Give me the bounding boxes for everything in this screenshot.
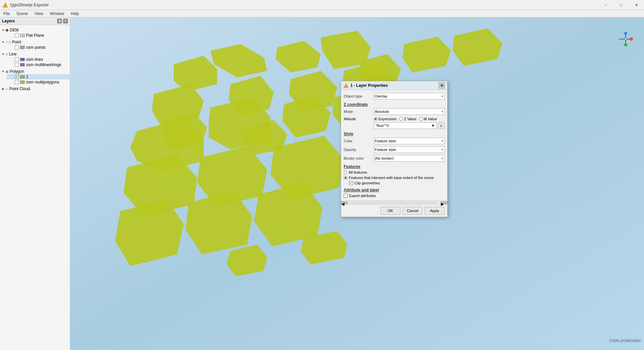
dem-icon: ◆: [5, 27, 9, 32]
color-select[interactable]: Feature style ▼: [374, 138, 445, 144]
menu-view[interactable]: View: [31, 11, 46, 17]
style-section: Style Color Feature style ▼ Opacity Feat…: [344, 132, 445, 162]
apply-button[interactable]: Apply: [425, 207, 445, 215]
osm-multipolygons-color: [20, 80, 25, 84]
osm-multilinestrings-color: [20, 63, 25, 66]
expression-epsilon-button[interactable]: ε: [438, 122, 445, 129]
flat-plane-label: Flat Plane: [26, 33, 44, 38]
layer-group-polygon-header[interactable]: ▼ ▣ Polygon: [0, 69, 70, 74]
dialog-title: 1 - Layer Properties: [350, 83, 388, 88]
scroll-right-btn[interactable]: ▶: [441, 201, 447, 204]
app-title: Qgis2threejs Exporter: [10, 3, 49, 7]
layer-group-pointcloud-header[interactable]: ▶ ⊹ Point Cloud: [0, 86, 70, 92]
color-row: Color Feature style ▼: [344, 138, 445, 144]
expression-radio[interactable]: [374, 117, 377, 121]
intersect-features-option[interactable]: Features that intersect with base extent…: [344, 176, 445, 180]
clip-geometries-option[interactable]: ✓ Clip geometries: [349, 181, 445, 185]
object-type-value: Overlay: [375, 94, 387, 98]
all-features-option[interactable]: All features: [344, 170, 445, 174]
polygon-children: ✓ 1 osm multipolygons: [0, 74, 70, 85]
layer-group-dem-header[interactable]: ▼ ◆ DEM: [0, 27, 70, 33]
zvalue-radio[interactable]: [399, 117, 403, 121]
layer-item-osm-lines[interactable]: osm lines: [7, 57, 70, 62]
pointcloud-icon: ⊹: [5, 87, 8, 91]
polygon-1-checkbox[interactable]: ✓: [15, 75, 19, 79]
menu-file[interactable]: File: [0, 11, 13, 17]
layer-properties-dialog: 1 - Layer Properties ✕ Object type Overl…: [341, 81, 448, 217]
layers-title: Layers: [2, 19, 15, 23]
osm-points-checkbox[interactable]: [15, 45, 19, 49]
osm-multilinestrings-checkbox[interactable]: [15, 63, 19, 67]
mode-select[interactable]: Absolute ▼: [374, 108, 445, 115]
opacity-select[interactable]: Feature style ▼: [374, 146, 445, 153]
layer-group-point: ▼ ✓∨ Point osm points: [0, 39, 70, 51]
layer-group-polygon: ▼ ▣ Polygon ✓ 1 osm multipolygons: [0, 68, 70, 85]
canvas-area: 1 - Layer Properties ✕ Object type Overl…: [70, 17, 644, 350]
osm-lines-checkbox[interactable]: [15, 57, 19, 61]
osm-multipolygons-checkbox[interactable]: [15, 80, 19, 84]
clip-geometries-checkbox[interactable]: ✓: [349, 181, 353, 185]
osm-lines-color: [20, 58, 25, 61]
dialog-title-icon: [344, 83, 348, 88]
cancel-button[interactable]: Cancel: [402, 207, 423, 215]
osm-multilinestrings-label: osm multilinestrings: [26, 62, 61, 67]
dialog-scrollbar[interactable]: ◀ ▶: [341, 200, 447, 204]
point-expand-arrow: ▼: [1, 40, 5, 44]
altitude-expression-option[interactable]: Expression: [374, 117, 396, 121]
altitude-zvalue-option[interactable]: Z Value: [399, 117, 416, 121]
expression-row: "floor"*3 ▼ ε: [374, 122, 445, 129]
scroll-track: [351, 202, 437, 204]
expression-select[interactable]: "floor"*3 ▼: [374, 122, 437, 129]
border-color-arrow: ▼: [441, 157, 444, 160]
mode-label: Mode: [344, 110, 374, 114]
svg-point-30: [630, 37, 633, 41]
maximize-button[interactable]: □: [613, 0, 629, 10]
dem-expand-arrow: ▼: [1, 28, 5, 32]
expression-arrow: ▼: [431, 124, 435, 128]
border-color-label: Border color: [344, 156, 374, 160]
osm-points-color: [20, 46, 25, 49]
layer-group-line-header[interactable]: ▼ ∨ Line: [0, 51, 70, 57]
menu-help[interactable]: Help: [67, 11, 83, 17]
object-type-row: Object type Overlay ▼: [344, 93, 445, 100]
line-children: osm lines osm multilinestrings: [0, 57, 70, 67]
osm-points-label: osm points: [26, 45, 45, 50]
close-button[interactable]: ✕: [629, 0, 644, 10]
layer-item-1[interactable]: ✓ 1: [7, 74, 70, 79]
layers-close-icon[interactable]: ✕: [63, 19, 68, 23]
layer-item-osm-multilinestrings[interactable]: osm multilinestrings: [7, 62, 70, 67]
polygon-expand-arrow: ▼: [1, 70, 5, 73]
export-attributes-checkbox[interactable]: [344, 194, 348, 198]
point-label: Point: [12, 40, 21, 44]
dialog-close-button[interactable]: ✕: [439, 82, 445, 89]
dialog-titlebar: 1 - Layer Properties ✕: [341, 81, 447, 90]
opacity-label: Opacity: [344, 148, 374, 152]
dialog-footer: OK Cancel Apply: [341, 204, 447, 217]
export-attributes-label: Export attributes: [349, 194, 376, 198]
scroll-left-btn[interactable]: ◀: [341, 201, 348, 204]
layers-panel: Layers ◆ ✕ ▼ ◆ DEM Flat Plane: [0, 17, 70, 350]
ok-button[interactable]: OK: [380, 207, 400, 215]
mvalue-radio[interactable]: [419, 117, 423, 121]
layer-item-osm-points[interactable]: osm points: [7, 45, 70, 50]
flat-plane-checkbox[interactable]: [15, 33, 19, 37]
window-controls: − □ ✕: [598, 0, 644, 10]
layer-group-point-header[interactable]: ▼ ✓∨ Point: [0, 39, 70, 45]
object-type-select[interactable]: Overlay ▼: [374, 93, 445, 100]
export-attributes-row[interactable]: Export attributes: [344, 194, 445, 198]
all-features-label: All features: [349, 170, 367, 174]
menu-scene[interactable]: Scene: [13, 11, 31, 17]
minimize-button[interactable]: −: [598, 0, 613, 10]
attribute-label-header: Attribute and label: [344, 188, 445, 192]
layer-group-line: ▼ ∨ Line osm lines osm multilinestrings: [0, 51, 70, 68]
osm-multipolygons-label: osm multipolygons: [26, 80, 59, 84]
layers-config-icon[interactable]: ◆: [57, 19, 62, 23]
menu-window[interactable]: Window: [46, 11, 67, 17]
intersect-features-radio[interactable]: [344, 176, 347, 180]
altitude-radio-group: Expression Z Value M Value: [374, 117, 437, 121]
border-color-select[interactable]: (No border) ▼: [374, 155, 445, 162]
altitude-mvalue-option[interactable]: M Value: [419, 117, 437, 121]
all-features-radio[interactable]: [344, 171, 347, 174]
layer-item-osm-multipolygons[interactable]: osm multipolygons: [7, 79, 70, 85]
layer-item-flat-plane[interactable]: Flat Plane: [7, 33, 70, 38]
